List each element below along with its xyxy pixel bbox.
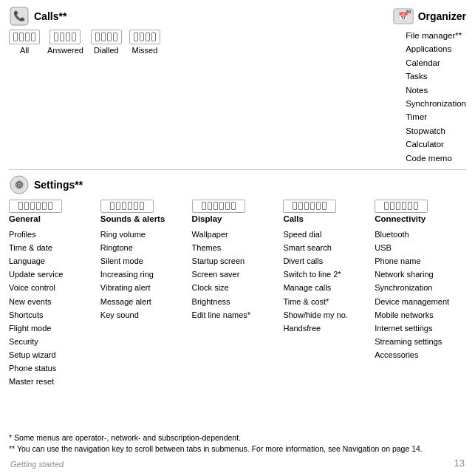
settings-list-item: Device management [375,295,463,308]
calls-title: Calls** [34,10,66,22]
settings-list-item: Synchronization [375,281,463,294]
settings-list-item: Ringtone [100,241,189,254]
organizer-list-item: Timer [406,110,466,123]
settings-col-title-2: Display [192,214,222,223]
tab-missed-label: Missed [132,46,158,55]
settings-list-item: Update service [9,268,98,281]
settings-list-item: Phone status [9,361,98,375]
organizer-list-item: Code memo [406,152,466,165]
settings-list-item: Language [9,254,98,268]
settings-columns: GeneralProfilesTime & dateLanguageUpdate… [9,200,466,389]
settings-list-item: Bluetooth [375,228,463,241]
organizer-list-item: Applications [406,42,466,55]
settings-col-2: DisplayWallpaperThemesStartup screenScre… [192,200,284,322]
settings-col-list-0: ProfilesTime & dateLanguageUpdate servic… [9,228,98,389]
settings-col-4: ConnectivityBluetoothUSBPhone nameNetwor… [375,200,466,361]
settings-col-3: CallsSpeed dialSmart searchDivert callsS… [283,200,375,335]
settings-list-item: Vibrating alert [100,281,189,294]
page: 📞 Calls** All Answered [0,0,475,476]
tab-all[interactable]: All [9,30,40,55]
settings-col-1: Sounds & alertsRing volumeRingtoneSilent… [100,200,192,322]
organizer-list-item: Notes [406,84,466,97]
organizer-header: 📅 30 Organizer [393,6,466,27]
settings-list-item: Smart search [283,241,372,254]
settings-list-item: Silent mode [100,254,189,268]
organizer-icon: 📅 30 [393,6,414,27]
tab-answered-icon [49,30,81,44]
tab-answered[interactable]: Answered [47,30,83,55]
settings-col-icon-4 [375,200,428,213]
settings-list-item: Security [9,335,98,348]
settings-col-list-2: WallpaperThemesStartup screenScreen save… [192,228,281,322]
svg-text:⚙: ⚙ [16,180,24,190]
tab-all-label: All [20,46,29,55]
settings-header: ⚙ Settings** [9,174,466,195]
tab-dialled[interactable]: Dialled [91,30,122,55]
organizer-list-item: Calendar [406,56,466,69]
settings-list-item: Switch to line 2* [283,268,372,281]
settings-list-item: Clock size [192,281,281,294]
organizer-list-item: Tasks [406,69,466,83]
settings-col-list-4: BluetoothUSBPhone nameNetwork sharingSyn… [375,228,463,361]
settings-list-item: Screen saver [192,268,281,281]
settings-list-item: Master reset [9,375,98,388]
settings-list-item: New events [9,295,98,308]
tab-dialled-label: Dialled [94,46,119,55]
settings-list-item: Brightness [192,295,281,308]
settings-col-title-0: General [9,214,41,223]
organizer-list-item: Calculator [406,137,466,151]
settings-list-item: Accessories [375,348,463,361]
settings-list-item: Key sound [100,308,189,322]
settings-list-item: Mobile networks [375,308,463,322]
settings-list-item: Handsfree [283,322,372,335]
settings-list-item: Network sharing [375,268,463,281]
settings-list-item: Internet settings [375,322,463,335]
settings-list-item: Flight mode [9,322,98,335]
settings-section: ⚙ Settings** GeneralProfilesTime & dateL… [9,174,466,389]
settings-list-item: Phone name [375,254,463,268]
settings-col-title-1: Sounds & alerts [100,214,165,223]
settings-list-item: Streaming settings [375,335,463,348]
svg-text:📞: 📞 [13,10,26,22]
settings-list-item: Divert calls [283,254,372,268]
settings-col-title-3: Calls [283,214,304,223]
settings-list-item: Increasing ring [100,268,189,281]
settings-title: Settings** [34,179,83,191]
settings-col-header-1: Sounds & alerts [100,200,189,225]
settings-col-header-3: Calls [283,200,372,225]
settings-list-item: Profiles [9,228,98,241]
calls-tabs: All Answered Dialled [9,30,160,55]
settings-list-item: Time & date [9,241,98,254]
top-section: 📞 Calls** All Answered [9,6,466,165]
settings-list-item: Voice control [9,281,98,294]
organizer-title: Organizer [418,10,466,22]
settings-list-item: Time & cost* [283,295,372,308]
settings-list-item: Shortcuts [9,308,98,322]
settings-col-0: GeneralProfilesTime & dateLanguageUpdate… [9,200,100,389]
settings-icon: ⚙ [9,174,30,195]
settings-col-icon-3 [283,200,336,213]
settings-list-item: Wallpaper [192,228,281,241]
settings-list-item: Startup screen [192,254,281,268]
svg-text:30: 30 [406,9,411,14]
tab-missed[interactable]: Missed [129,30,160,55]
organizer-list-item: File manager** [406,29,466,42]
divider-1 [9,169,466,170]
settings-list-item: Speed dial [283,228,372,241]
organizer-list-item: Synchronization [406,97,466,110]
settings-list-item: USB [375,241,463,254]
settings-list-item: Show/hide my no. [283,308,372,322]
calls-icon: 📞 [9,6,30,27]
settings-list-item: Edit line names* [192,308,281,322]
tab-all-icon [9,30,40,44]
settings-list-item: Manage calls [283,281,372,294]
tab-dialled-icon [91,30,122,44]
settings-list-item: Ring volume [100,228,189,241]
settings-list-item: Themes [192,241,281,254]
footer-section-label: Getting started [10,460,64,469]
tab-answered-label: Answered [47,46,83,55]
settings-col-list-3: Speed dialSmart searchDivert callsSwitch… [283,228,372,335]
organizer-list: File manager**ApplicationsCalendarTasksN… [406,29,466,165]
settings-col-icon-2 [192,200,245,213]
settings-list-item: Message alert [100,295,189,308]
